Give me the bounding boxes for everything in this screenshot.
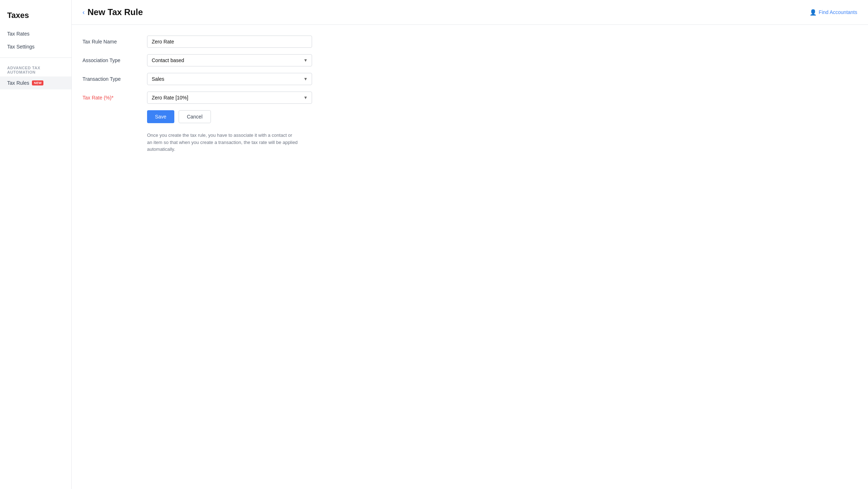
sidebar-item-tax-rules[interactable]: Tax Rules NEW xyxy=(0,76,71,89)
tax-rule-name-input[interactable] xyxy=(147,36,312,48)
find-accountants-icon: 👤 xyxy=(810,9,817,16)
back-button[interactable]: ‹ xyxy=(82,9,85,16)
sidebar-main-nav: Tax Rates Tax Settings xyxy=(0,27,71,53)
form-buttons: Save Cancel xyxy=(82,110,312,123)
tax-rate-wrapper: Zero Rate [10%] Standard Rate [20%] Redu… xyxy=(147,92,312,104)
tax-rate-row: Tax Rate (%)* Zero Rate [10%] Standard R… xyxy=(82,92,312,104)
sidebar-item-tax-rules-label: Tax Rules xyxy=(7,80,29,86)
transaction-type-select[interactable]: Sales Purchases xyxy=(147,73,312,85)
tax-rule-name-row: Tax Rule Name xyxy=(82,36,312,48)
sidebar-section-label: ADVANCED TAX AUTOMATION xyxy=(0,62,71,76)
app-title: Taxes xyxy=(0,7,71,27)
sidebar-item-tax-rates[interactable]: Tax Rates xyxy=(0,27,71,40)
sidebar: Taxes Tax Rates Tax Settings ADVANCED TA… xyxy=(0,0,72,489)
transaction-type-wrapper: Sales Purchases ▼ xyxy=(147,73,312,85)
page-title: New Tax Rule xyxy=(88,7,143,17)
tax-rule-name-label: Tax Rule Name xyxy=(82,39,140,45)
find-accountants-label: Find Accountants xyxy=(819,9,857,15)
sidebar-item-tax-settings[interactable]: Tax Settings xyxy=(0,40,71,53)
transaction-type-row: Transaction Type Sales Purchases ▼ xyxy=(82,73,312,85)
form-area: Tax Rule Name Association Type Contact b… xyxy=(72,25,323,164)
association-type-row: Association Type Contact based Item base… xyxy=(82,54,312,66)
find-accountants-button[interactable]: 👤 Find Accountants xyxy=(810,9,857,16)
sidebar-divider xyxy=(0,57,71,58)
main-content: ‹ New Tax Rule 👤 Find Accountants Tax Ru… xyxy=(72,0,868,489)
main-header: ‹ New Tax Rule 👤 Find Accountants xyxy=(72,0,868,25)
association-type-select[interactable]: Contact based Item based xyxy=(147,54,312,66)
helper-text: Once you create the tax rule, you have t… xyxy=(82,132,298,153)
save-button[interactable]: Save xyxy=(147,110,174,123)
cancel-button[interactable]: Cancel xyxy=(179,110,211,123)
tax-rate-label: Tax Rate (%)* xyxy=(82,95,140,101)
transaction-type-label: Transaction Type xyxy=(82,76,140,82)
header-left: ‹ New Tax Rule xyxy=(82,7,143,17)
new-badge: NEW xyxy=(32,80,43,85)
association-type-label: Association Type xyxy=(82,57,140,63)
tax-rate-select[interactable]: Zero Rate [10%] Standard Rate [20%] Redu… xyxy=(147,92,312,104)
association-type-wrapper: Contact based Item based ▼ xyxy=(147,54,312,66)
